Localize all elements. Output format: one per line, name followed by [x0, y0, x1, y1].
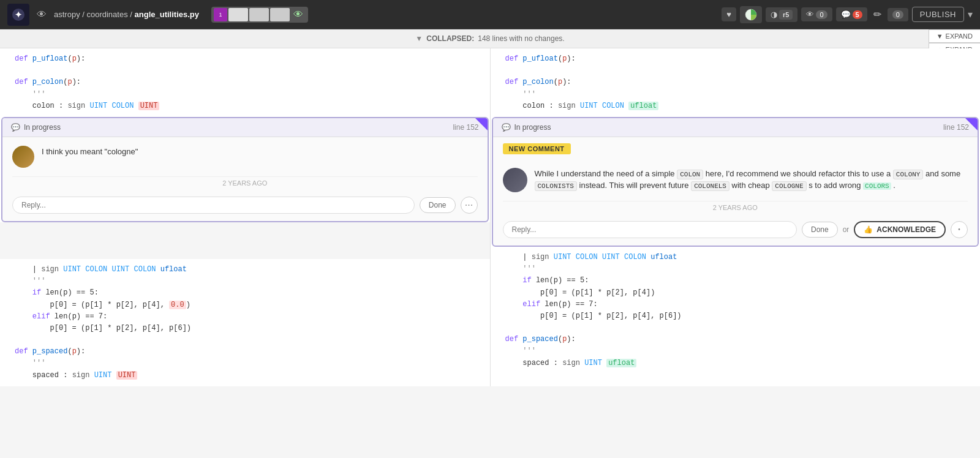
thumb-3[interactable]	[249, 8, 269, 21]
code-line	[10, 65, 480, 77]
new-comment-badge: NEW COMMENT	[503, 143, 571, 154]
code-line: '''	[500, 263, 971, 275]
left-code-before: def p_ufloat(p): def p_colon(p): ''' col…	[0, 48, 490, 117]
nav-chat-group[interactable]: 💬 5	[836, 7, 867, 21]
breadcrumb: astropy / coordinates / angle_utilities.…	[54, 10, 199, 19]
inline-cologne: COLOGNE	[772, 181, 806, 191]
left-comment-panel: 💬 In progress line 152 I think you meant…	[1, 117, 489, 222]
code-line: p[0] = (p[1] * p[2], p[4])	[500, 287, 971, 299]
code-line: '''	[10, 89, 480, 100]
right-comment-header: 💬 In progress line 152	[493, 118, 978, 137]
nav-eye-count-group[interactable]: 👁 0	[801, 7, 832, 21]
thumb-eye-icon[interactable]: 👁	[291, 9, 306, 20]
code-line	[500, 322, 971, 334]
collapsed-label: COLLAPSED:	[426, 34, 474, 43]
code-line: def p_spaced(p):	[10, 346, 480, 358]
left-comment-actions: Done ···	[2, 192, 488, 221]
nav-contrast-group[interactable]: ◑ r5	[766, 7, 797, 22]
r5-badge: r5	[779, 10, 793, 20]
right-done-button[interactable]: Done	[802, 222, 838, 238]
right-more-button[interactable]: •	[951, 221, 968, 238]
code-line: spaced : sign UINT UINT	[10, 370, 480, 381]
nav-zero-badge[interactable]: 0	[888, 8, 908, 21]
code-line: def p_ufloat(p):	[500, 53, 971, 65]
left-diff-column: def p_ufloat(p): def p_colon(p): ''' col…	[0, 48, 491, 386]
code-line: elif len(p) == 7:	[10, 311, 480, 323]
publish-dropdown-arrow[interactable]: ▾	[968, 9, 973, 20]
left-comment-body: I think you meant "cologne"	[2, 137, 488, 176]
left-done-button[interactable]: Done	[420, 197, 456, 213]
right-diff-column: def p_ufloat(p): def p_colon(p): ''' col…	[491, 48, 981, 386]
pie-chart-icon	[745, 9, 757, 21]
right-comment-timestamp: 2 YEARS AGO	[503, 201, 968, 216]
code-line: '''	[10, 358, 480, 369]
right-corner-flag	[965, 118, 978, 130]
colors-highlight: COLORS	[863, 182, 891, 190]
svg-text:✦: ✦	[15, 10, 22, 20]
thumbs-up-icon: 👍	[864, 225, 873, 234]
code-line	[500, 65, 971, 77]
right-code-after: | sign UINT COLON UINT COLON ufloat ''' …	[491, 247, 981, 374]
chat-bubble-icon-right: 💬	[502, 123, 511, 132]
right-comment-body: While I understand the need of a simple …	[493, 159, 978, 201]
left-reply-input[interactable]	[12, 197, 415, 214]
code-line: if len(p) == 5:	[500, 275, 971, 287]
code-line: def p_spaced(p):	[500, 334, 971, 345]
thumb-4[interactable]	[270, 8, 290, 21]
left-commenter-avatar	[12, 146, 34, 168]
inline-colonists: COLONISTS	[535, 181, 577, 191]
thumb-2[interactable]	[228, 8, 248, 21]
left-comment-timestamp: 2 YEARS AGO	[12, 176, 478, 192]
code-line: '''	[500, 89, 971, 100]
publish-button[interactable]: PUBLISH	[912, 7, 964, 22]
collapsed-detail: 148 lines with no changes.	[478, 34, 564, 43]
right-comment-panel: 💬 In progress line 152 NEW COMMENT While…	[492, 117, 979, 247]
code-line: def p_colon(p):	[500, 77, 971, 88]
code-line: if len(p) == 5:	[10, 287, 480, 299]
nav-heart-icon[interactable]: ♥	[722, 7, 736, 21]
left-comment-text: I think you meant "cologne"	[42, 146, 138, 158]
code-line: '''	[10, 276, 480, 287]
inline-colony: COLONY	[893, 170, 924, 179]
code-line: colon : sign UINT COLON ufloat	[500, 100, 971, 112]
inline-colon: COLON	[677, 170, 703, 179]
code-line	[10, 334, 480, 346]
inline-colonels: COLONELS	[691, 181, 729, 191]
expand-down-icon: ▼	[937, 32, 943, 40]
expand-down-button[interactable]: ▼ EXPAND	[929, 29, 980, 43]
code-line: colon : sign UINT COLON UINT	[10, 100, 480, 112]
chat-bubble-icon: 💬	[11, 123, 20, 132]
right-code-before: def p_ufloat(p): def p_colon(p): ''' col…	[491, 48, 981, 117]
code-line: '''	[500, 345, 971, 357]
collapsed-bar: ▼ COLLAPSED: 148 lines with no changes. …	[0, 29, 980, 48]
code-line: def p_ufloat(p):	[10, 53, 480, 65]
topnav: ✦ 👁 astropy / coordinates / angle_utilit…	[0, 0, 980, 29]
diff-columns: def p_ufloat(p): def p_colon(p): ''' col…	[0, 48, 980, 386]
nav-chart-icon[interactable]	[740, 6, 762, 23]
right-comment-status: In progress	[514, 123, 551, 132]
right-commenter-avatar	[503, 168, 527, 192]
chat-badge: 5	[853, 10, 862, 19]
left-comment-status: In progress	[24, 123, 61, 132]
diff-container: def p_ufloat(p): def p_colon(p): ''' col…	[0, 48, 980, 386]
right-comment-text: While I understand the need of a simple …	[535, 168, 968, 192]
eye-icon[interactable]: 👁	[34, 7, 49, 23]
left-code-after: | sign UINT COLON UINT COLON ufloat ''' …	[0, 259, 490, 386]
pencil-icon[interactable]: ✏	[871, 9, 884, 20]
collapsed-arrow-icon: ▼	[415, 34, 423, 43]
left-gray-area	[0, 222, 490, 259]
right-reply-input[interactable]	[503, 221, 797, 238]
code-line: p[0] = (p[1] * p[2], p[4], 0.0)	[10, 299, 480, 311]
thumb-1[interactable]: 1	[214, 8, 227, 21]
logo[interactable]: ✦	[7, 4, 29, 26]
acknowledge-button[interactable]: 👍 ACKNOWLEDGE	[854, 221, 946, 238]
code-line: def p_colon(p):	[10, 77, 480, 88]
or-text: or	[843, 225, 850, 234]
code-line: elif len(p) == 7:	[500, 299, 971, 310]
thumbnail-strip: 1 👁	[211, 7, 308, 23]
left-more-button[interactable]: ···	[461, 197, 478, 214]
zero-count-badge: 0	[892, 10, 903, 19]
eye-count-badge: 0	[816, 10, 827, 19]
code-line: | sign UINT COLON UINT COLON ufloat	[10, 264, 480, 276]
code-line: p[0] = (p[1] * p[2], p[4], p[6])	[10, 323, 480, 334]
